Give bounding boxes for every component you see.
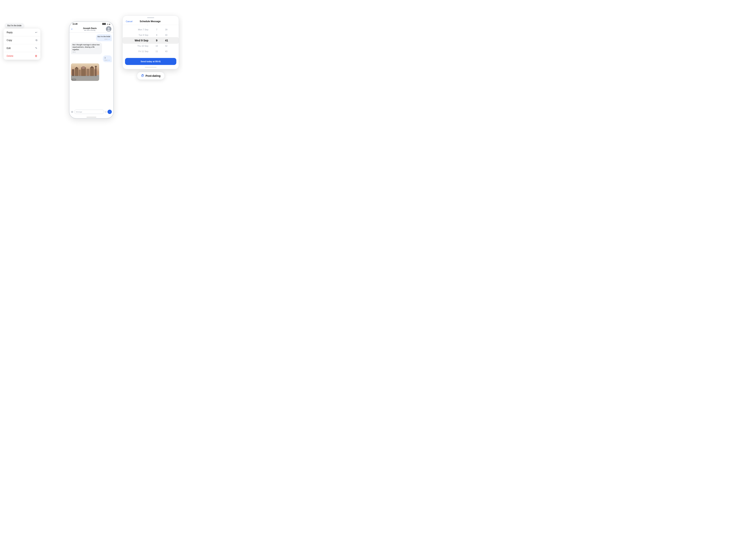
picker-min-6: 44 — [165, 54, 167, 56]
svg-rect-14 — [90, 68, 94, 76]
chat-header-info: Joseph Davis last seen recently — [73, 27, 106, 31]
picker-date-2: Tue 8 Sep — [139, 32, 148, 38]
context-menu-item-edit[interactable]: Edit ✎ — [3, 44, 40, 52]
picker-dates-column[interactable]: Sun 6 Sep Mon 7 Sep Tue 8 Sep Wed 9 Sep … — [124, 25, 151, 56]
back-button[interactable]: ‹ — [71, 27, 72, 31]
message-text-3: :) — [104, 57, 106, 59]
message-input[interactable]: Message — [74, 110, 104, 114]
message-bubble-sent-1[interactable]: But I'm the bride 16:40 ✓✓ — [96, 34, 112, 41]
edit-label: Edit — [7, 47, 11, 50]
image-content — [71, 63, 99, 81]
attach-icon[interactable]: ⊕ — [71, 110, 73, 113]
picker-hour-1: 7 — [156, 27, 157, 32]
message-bubble-received-1[interactable]: But I thought marriage is about two equa… — [71, 42, 102, 54]
chat-header: ‹ Joseph Davis last seen recently — [69, 25, 113, 33]
svg-point-2 — [107, 30, 110, 31]
schedule-send-button[interactable]: Send today at 09:41 — [125, 58, 176, 65]
message-meta-2: 16:41 — [73, 51, 101, 53]
schedule-clock-icon[interactable]: ⊙ — [105, 111, 107, 113]
picker-hours-column[interactable]: 6 7 8 9 10 11 12 — [151, 25, 163, 56]
read-check-2: ✓✓ — [108, 59, 110, 61]
post-dating-badge[interactable]: ⏱ Post-dating — [137, 72, 165, 80]
delete-label: Delete — [7, 55, 13, 57]
picker-hour-6: 12 — [156, 54, 158, 56]
delete-icon: 🗑 — [35, 54, 37, 57]
image-meta: 16:43 — [72, 79, 76, 81]
picker-hour-2: 8 — [156, 32, 157, 38]
picker-min-2: 40 — [165, 32, 167, 38]
avatar[interactable] — [106, 26, 111, 32]
send-button[interactable]: ↑ — [108, 110, 112, 114]
svg-rect-17 — [95, 66, 96, 76]
context-menu-item-copy[interactable]: Copy ⧉ — [3, 36, 40, 44]
picker-hour-0: 6 — [156, 25, 157, 27]
schedule-panel-wrapper: Cancel Schedule Message Sun 6 Sep Mon 7 … — [122, 16, 179, 80]
schedule-header: Cancel Schedule Message — [123, 19, 179, 25]
context-menu: Reply ↩ Copy ⧉ Edit ✎ Delete 🗑 — [3, 29, 40, 60]
picker-min-3-selected[interactable]: 41 — [165, 38, 168, 43]
picker-hour-4: 10 — [156, 43, 158, 49]
reply-label: Reply — [7, 31, 13, 34]
status-bar: 11:20 ▋▋▋ ▲ ▬ — [69, 22, 113, 25]
wifi-icon: ▲ — [107, 23, 108, 25]
timer-icon: ⏱ — [141, 74, 144, 78]
svg-rect-18 — [95, 66, 97, 67]
picker-date-1: Mon 7 Sep — [138, 27, 148, 32]
contact-status: last seen recently — [73, 29, 106, 31]
picker-date-4: Thu 10 Sep — [137, 43, 148, 49]
edit-icon: ✎ — [35, 47, 37, 50]
schedule-panel: Cancel Schedule Message Sun 6 Sep Mon 7 … — [122, 16, 179, 69]
picker-minutes-column[interactable]: 38 39 40 41 42 43 44 — [163, 25, 177, 56]
message-bubble-sent-2[interactable]: :) 16:42 ✓✓ — [103, 55, 112, 62]
context-tooltip-bubble: But I'm the bride — [5, 23, 24, 28]
sheet-handle — [147, 17, 154, 18]
schedule-title: Schedule Message — [140, 20, 160, 23]
picker-min-1: 39 — [165, 27, 167, 32]
svg-rect-7 — [75, 68, 78, 76]
picker-date-5: Fri 11 Sep — [138, 49, 148, 54]
picker-min-4: 42 — [165, 43, 167, 49]
context-menu-wrapper: But I'm the bride Reply ↩ Copy ⧉ Edit ✎ … — [3, 23, 40, 60]
cancel-button[interactable]: Cancel — [126, 20, 132, 23]
schedule-home-indicator — [145, 67, 157, 67]
date-time-picker[interactable]: Sun 6 Sep Mon 7 Sep Tue 8 Sep Wed 9 Sep … — [123, 25, 179, 56]
svg-rect-9 — [79, 70, 81, 76]
svg-point-1 — [108, 27, 110, 29]
message-image[interactable]: 16:43 — [71, 63, 99, 81]
copy-label: Copy — [7, 39, 12, 42]
copy-icon: ⧉ — [36, 39, 37, 42]
post-dating-label: Post-dating — [146, 74, 161, 77]
svg-point-12 — [82, 67, 85, 68]
picker-date-6: Sat 12 Sep — [138, 54, 148, 56]
chat-messages: But I'm the bride 16:40 ✓✓ But I thought… — [69, 33, 113, 110]
context-menu-item-delete[interactable]: Delete 🗑 — [3, 52, 40, 60]
status-icons: ▋▋▋ ▲ ▬ — [102, 23, 110, 25]
status-time: 11:20 — [73, 23, 78, 25]
reply-icon: ↩ — [35, 31, 37, 34]
picker-date-3-selected[interactable]: Wed 9 Sep — [135, 38, 148, 43]
message-placeholder: Message — [76, 111, 82, 113]
signal-icon: ▋▋▋ — [102, 23, 106, 25]
context-menu-item-reply[interactable]: Reply ↩ — [3, 29, 40, 36]
home-indicator — [87, 117, 96, 117]
message-text-1: But I'm the bride — [98, 36, 110, 38]
contact-name: Joseph Davis — [73, 27, 106, 29]
svg-rect-6 — [72, 69, 74, 76]
picker-hour-3-selected[interactable]: 9 — [156, 38, 157, 43]
chat-input-area: ⊕ Message ⊙ ↑ — [69, 109, 113, 115]
svg-rect-13 — [87, 69, 89, 76]
battery-icon: ▬ — [109, 23, 110, 25]
message-meta-3: 16:42 ✓✓ — [104, 59, 110, 61]
picker-date-0: Sun 6 Sep — [138, 25, 148, 27]
picker-min-0: 38 — [165, 25, 167, 27]
phone-frame: 11:20 ▋▋▋ ▲ ▬ ‹ Joseph Davis last seen r… — [69, 21, 114, 119]
picker-hour-5: 11 — [156, 49, 158, 54]
message-meta-1: 16:40 ✓✓ — [98, 38, 110, 40]
read-check-1: ✓✓ — [108, 39, 110, 40]
message-text-2: But I thought marriage is about two equa… — [73, 44, 100, 51]
picker-min-5: 43 — [165, 49, 167, 54]
